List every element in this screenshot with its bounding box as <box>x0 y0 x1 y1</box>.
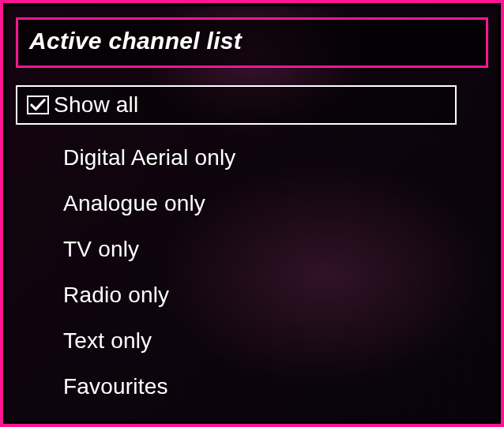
menu-content: Active channel list Show all Digital Aer… <box>3 3 501 426</box>
option-digital-aerial-only[interactable]: Digital Aerial only <box>16 139 488 177</box>
option-label: TV only <box>63 237 139 262</box>
option-label: Show all <box>54 92 138 118</box>
option-label: Digital Aerial only <box>63 145 236 170</box>
checkbox-icon <box>27 96 49 114</box>
option-label: Favourites <box>63 374 168 399</box>
option-radio-only[interactable]: Radio only <box>16 276 488 314</box>
title-box: Active channel list <box>16 17 488 68</box>
option-show-all[interactable]: Show all <box>16 85 457 125</box>
option-favourites[interactable]: Favourites <box>16 368 488 406</box>
menu-title: Active channel list <box>29 28 475 54</box>
menu-frame: Active channel list Show all Digital Aer… <box>0 0 504 427</box>
option-label: Radio only <box>63 283 169 308</box>
option-text-only[interactable]: Text only <box>16 322 488 360</box>
option-label: Text only <box>63 328 152 354</box>
option-label: Analogue only <box>63 191 205 216</box>
option-tv-only[interactable]: TV only <box>16 230 488 268</box>
option-analogue-only[interactable]: Analogue only <box>16 185 488 223</box>
